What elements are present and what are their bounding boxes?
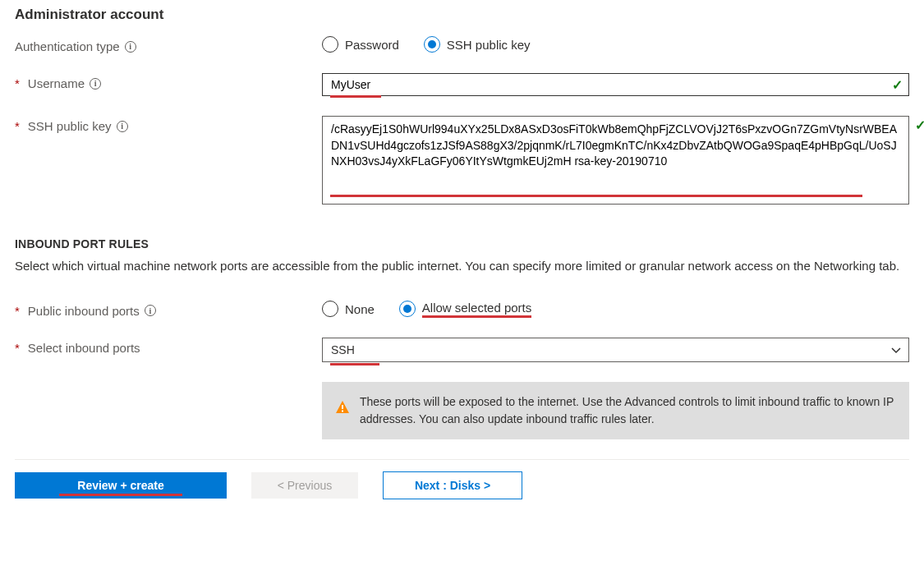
review-create-label: Review + create — [77, 479, 163, 492]
auth-type-label: Authentication type i — [15, 36, 322, 53]
required-star: * — [15, 341, 20, 355]
ssh-key-label: * SSH public key i — [15, 116, 322, 133]
radio-label-allow: Allow selected ports — [422, 301, 531, 318]
inbound-description: Select which virtual machine network por… — [15, 257, 909, 276]
info-icon[interactable]: i — [125, 41, 136, 53]
review-create-button[interactable]: Review + create — [15, 472, 227, 499]
radio-circle-none — [322, 301, 338, 317]
warning-icon — [335, 400, 350, 420]
info-icon[interactable]: i — [90, 78, 101, 90]
select-ports-dropdown[interactable]: SSH — [322, 338, 909, 362]
auth-type-radio-group: Password SSH public key — [322, 36, 531, 53]
username-label: * Username i — [15, 73, 322, 90]
info-icon[interactable]: i — [145, 305, 156, 316]
annotation-underline — [330, 195, 862, 197]
info-icon[interactable]: i — [117, 121, 128, 132]
svg-rect-1 — [342, 410, 343, 411]
radio-ssh[interactable]: SSH public key — [424, 36, 531, 53]
banner-text: These ports will be exposed to the inter… — [360, 393, 896, 428]
radio-circle-ssh — [424, 36, 440, 53]
previous-button: < Previous — [251, 472, 358, 499]
public-ports-label: * Public inbound ports i — [15, 301, 322, 318]
radio-label-none: None — [345, 302, 375, 316]
select-ports-label: * Select inbound ports — [15, 338, 322, 355]
required-star: * — [15, 76, 20, 90]
radio-label-password: Password — [345, 38, 399, 52]
required-star: * — [15, 119, 20, 133]
section-title-admin-account: Administrator account — [15, 7, 909, 23]
check-icon: ✓ — [915, 117, 924, 133]
ssh-key-label-text: SSH public key — [28, 119, 112, 133]
radio-none[interactable]: None — [322, 301, 375, 317]
next-button[interactable]: Next : Disks > — [383, 471, 522, 499]
annotation-underline — [59, 494, 182, 496]
required-star: * — [15, 304, 20, 318]
public-ports-radio-group: None Allow selected ports — [322, 301, 531, 318]
info-banner: These ports will be exposed to the inter… — [322, 382, 909, 439]
radio-allow[interactable]: Allow selected ports — [399, 301, 531, 318]
ssh-key-textarea[interactable] — [322, 116, 909, 205]
check-icon: ✓ — [892, 77, 903, 93]
radio-circle-allow — [399, 301, 416, 317]
annotation-underline — [330, 95, 381, 98]
radio-label-ssh: SSH public key — [447, 38, 531, 52]
svg-rect-0 — [342, 405, 343, 409]
radio-circle-password — [322, 36, 338, 53]
radio-password[interactable]: Password — [322, 36, 399, 53]
select-ports-label-text: Select inbound ports — [28, 341, 140, 355]
username-input[interactable] — [322, 73, 909, 96]
annotation-underline — [330, 363, 379, 365]
public-ports-label-text: Public inbound ports — [28, 304, 140, 318]
section-heading-inbound: INBOUND PORT RULES — [15, 237, 909, 251]
footer-bar: Review + create < Previous Next : Disks … — [15, 459, 909, 511]
auth-type-label-text: Authentication type — [15, 39, 120, 53]
username-label-text: Username — [28, 76, 85, 90]
